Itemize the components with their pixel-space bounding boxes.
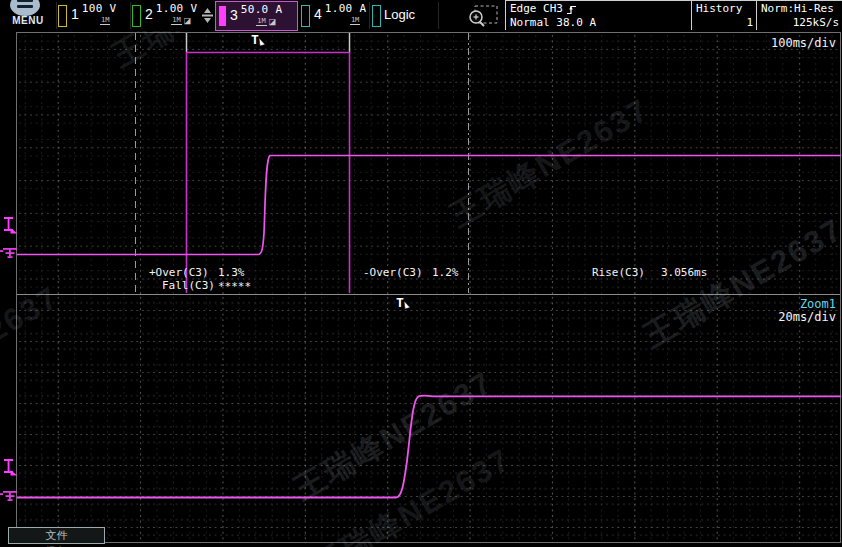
measurement-label: -Over(C3) (363, 266, 423, 279)
trigger-level: Normal 38.0 A (510, 16, 596, 30)
ground-level-marker-main[interactable] (0, 245, 19, 264)
impedance-1m-icon: 1M (350, 16, 360, 25)
measurement-label: Rise(C3) (592, 266, 645, 279)
trigger-settings[interactable]: Edge CH3 Normal 38.0 A (505, 0, 691, 30)
channel-3-scale: 50.0 A (241, 3, 283, 16)
rising-edge-icon (566, 4, 577, 15)
measurement-label: +Over(C3) (149, 266, 209, 279)
channel-4-color-swatch (301, 5, 310, 27)
channel-2-number: 2 (145, 6, 153, 22)
menu-button[interactable]: MENU (2, 0, 54, 31)
trigger-level-marker-zoom[interactable] (1, 458, 18, 481)
zoom-region-box[interactable] (187, 53, 350, 294)
logic-button[interactable]: Logic (372, 1, 419, 29)
zoom1-label: Zoom1 (800, 297, 836, 311)
acquisition-section[interactable]: Norm:Hi-Res 125kS/s (756, 0, 842, 30)
menu-label: MENU (2, 15, 54, 26)
trigger-level-marker-main[interactable] (1, 216, 18, 239)
history-label: History (696, 2, 742, 16)
measurement-value: 1.2% (432, 266, 459, 279)
bandwidth-filter-icon: ◪ (269, 17, 277, 26)
bandwidth-filter-icon: ◪ (184, 16, 192, 25)
svg-text:T: T (396, 295, 404, 310)
measurement-value: 1.3% (218, 266, 245, 279)
main-timebase-label: 100ms/div (771, 36, 836, 50)
svg-text:T: T (251, 32, 259, 47)
measurement-value: ***** (218, 280, 251, 293)
channel-4-number: 4 (314, 6, 322, 22)
oscilloscope-screen: { "watermark": "王瑞峰NE2637", "toolbar": {… (0, 0, 842, 547)
channel-1-number: 1 (71, 6, 79, 22)
measurement-label: Fall(C3) (162, 279, 215, 292)
hamburger-icon (10, 0, 40, 16)
channel-1-button[interactable]: 1 100 V 1M (58, 1, 116, 29)
trigger-position-marker-zoom[interactable]: T (395, 295, 412, 316)
trigger-mode: Edge CH3 (510, 2, 563, 16)
channel-2-scale: 1.00 V (156, 2, 198, 15)
file-button[interactable]: 文件 (8, 527, 105, 544)
ch3-trace-main (17, 156, 841, 255)
logic-label: Logic (384, 7, 415, 22)
ground-level-marker-zoom[interactable] (0, 488, 19, 507)
history-section[interactable]: History 1 (691, 0, 756, 30)
toolbar: MENU 1 100 V 1M 2 1.00 V 1M◪ 3 50.0 A 1M… (0, 0, 842, 31)
impedance-1m-icon: 1M (100, 16, 110, 25)
channel-2-button[interactable]: 2 1.00 V 1M◪ (132, 1, 197, 29)
vertical-position-icon (201, 8, 214, 27)
sample-rate: 125kS/s (793, 16, 839, 30)
impedance-1m-icon: 1M (256, 17, 266, 26)
channel-3-color-swatch (219, 6, 226, 26)
ch3-trace-zoom (17, 395, 841, 497)
channel-4-button[interactable]: 4 1.00 A 1M (301, 1, 366, 29)
channel-1-color-swatch (58, 5, 67, 27)
impedance-1m-icon: 1M (171, 16, 181, 25)
channel-4-scale: 1.00 A (325, 2, 367, 15)
zoom-search-icon[interactable] (466, 4, 500, 27)
logic-color-swatch (372, 5, 381, 27)
measurement-value: 3.056ms (661, 266, 707, 279)
acquisition-mode: Norm:Hi-Res (761, 2, 834, 16)
zoom-timebase-label: 20ms/div (778, 310, 836, 324)
channel-1-scale: 100 V (82, 2, 117, 15)
trigger-position-marker-main[interactable]: T (250, 32, 267, 53)
channel-2-color-swatch (132, 5, 141, 27)
history-value: 1 (746, 16, 753, 30)
channel-3-button-selected[interactable]: 3 50.0 A 1M◪ (215, 1, 298, 31)
channel-3-number: 3 (230, 7, 238, 23)
